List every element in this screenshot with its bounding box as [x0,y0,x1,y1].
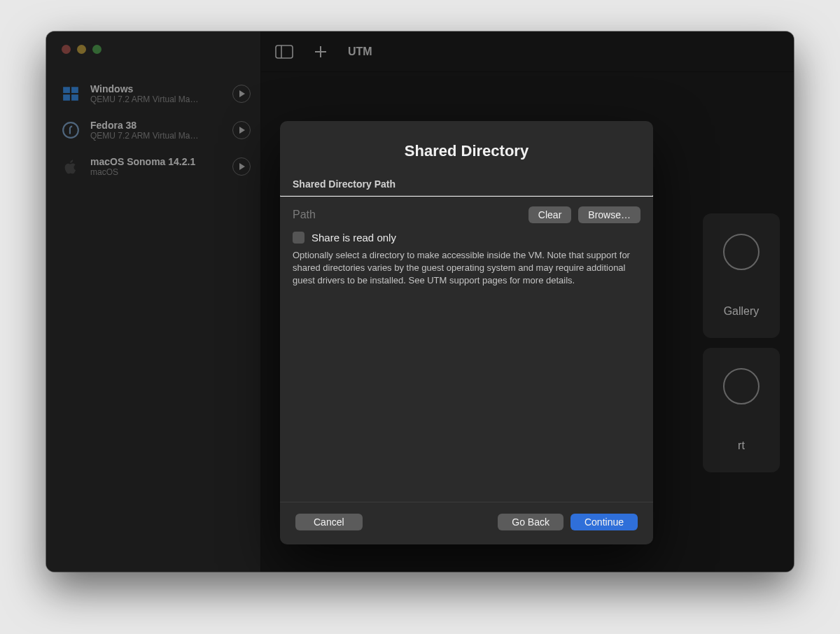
app-window: Windows QEMU 7.2 ARM Virtual Ma… Fedora … [46,31,794,572]
readonly-checkbox[interactable] [293,232,304,244]
sheet-title: Shared Directory [280,121,653,178]
cancel-button[interactable]: Cancel [295,514,363,530]
go-back-button[interactable]: Go Back [498,514,564,530]
readonly-row: Share is read only [280,230,653,249]
sheet-footer: Cancel Go Back Continue [280,502,653,544]
continue-button[interactable]: Continue [570,514,638,530]
section-label: Shared Directory Path [280,178,653,195]
shared-directory-sheet: Shared Directory Shared Directory Path P… [280,121,653,544]
helper-text: Optionally select a directory to make ac… [280,249,653,288]
path-field[interactable]: Path [293,209,522,221]
browse-button[interactable]: Browse… [578,206,640,223]
readonly-label: Share is read only [312,232,396,244]
clear-button[interactable]: Clear [528,206,571,223]
path-row: Path Clear Browse… [280,197,653,230]
